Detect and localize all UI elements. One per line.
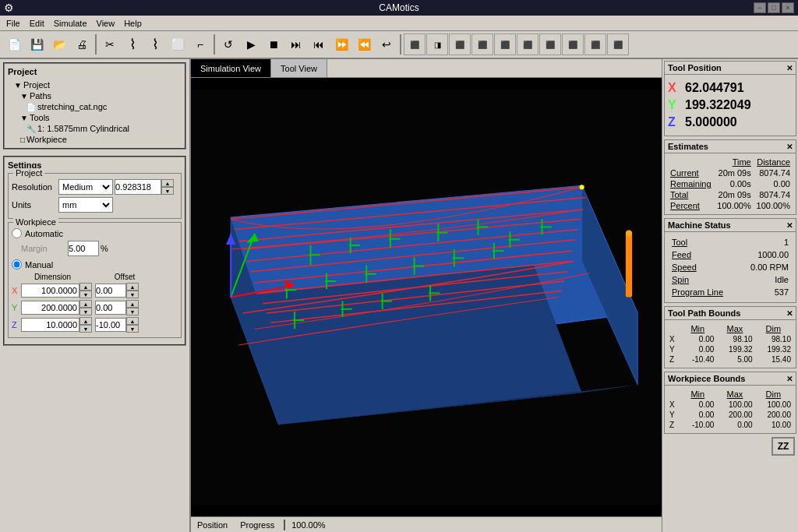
- margin-value[interactable]: [68, 241, 99, 256]
- resolution-select[interactable]: Medium Low High: [58, 179, 113, 195]
- z-dim-up[interactable]: ▲: [79, 317, 92, 325]
- y-offset-input[interactable]: [95, 301, 126, 315]
- y-dim-row: Y ▲ ▼ ▲ ▼: [12, 300, 178, 315]
- tb-skip-start[interactable]: ⏮: [308, 33, 330, 55]
- tb-view8[interactable]: ⬛: [562, 33, 584, 55]
- tb-view1[interactable]: ⬛: [404, 33, 425, 55]
- progress-pct: 100.00%: [291, 520, 325, 530]
- tool-path-bounds-section: Tool Path Bounds ✕ Min Max Dim X 0.00 98…: [664, 306, 796, 368]
- y-dim-up[interactable]: ▲: [79, 300, 92, 308]
- units-row: Units mm inch: [12, 197, 178, 213]
- tb-view6[interactable]: ⬛: [517, 33, 538, 55]
- z-off-up[interactable]: ▲: [126, 317, 139, 325]
- tb-stop[interactable]: ⏹: [263, 33, 284, 55]
- tb-tool1[interactable]: ⌇: [122, 33, 143, 55]
- tree-ngc-file[interactable]: 📄 stretching_cat.ngc: [8, 101, 182, 112]
- tb-play[interactable]: ▶: [240, 33, 262, 55]
- tb-tool4[interactable]: ⌐: [189, 33, 211, 55]
- units-select[interactable]: mm inch: [58, 197, 113, 213]
- machine-status-close[interactable]: ✕: [786, 221, 793, 230]
- tree-project[interactable]: ▼ Project: [8, 79, 182, 90]
- minimize-button[interactable]: −: [754, 2, 766, 13]
- tree-tool-cylindrical[interactable]: 🔧 1: 1.5875mm Cylindrical: [8, 123, 182, 134]
- resolution-value[interactable]: [115, 179, 161, 195]
- workpiece-bounds-close[interactable]: ✕: [786, 375, 793, 383]
- est-total-label: Total: [668, 189, 715, 200]
- tool-position-close[interactable]: ✕: [786, 64, 793, 72]
- tab-simulation[interactable]: Simulation View: [191, 59, 271, 77]
- tb-tool2[interactable]: ⌇: [144, 33, 166, 55]
- project-title: Project: [8, 67, 182, 76]
- est-remaining-label: Remaining: [668, 178, 715, 189]
- tree-workpiece[interactable]: □ Workpiece: [8, 134, 182, 145]
- est-current-dist: 8074.74: [754, 167, 793, 178]
- tb-view2[interactable]: ◨: [426, 33, 448, 55]
- tb-view7[interactable]: ⬛: [539, 33, 561, 55]
- tb-skip-end[interactable]: ⏭: [285, 33, 307, 55]
- tb-back[interactable]: ↩: [376, 33, 397, 55]
- z-off-down[interactable]: ▼: [126, 325, 139, 333]
- manual-radio[interactable]: [12, 259, 22, 270]
- menu-file[interactable]: File: [2, 17, 25, 30]
- file-icon: 📄: [26, 103, 36, 111]
- close-button[interactable]: ×: [782, 2, 794, 13]
- x-off-down[interactable]: ▼: [126, 291, 139, 298]
- tree-paths[interactable]: ▼ Paths: [8, 90, 182, 101]
- y-off-up[interactable]: ▲: [126, 300, 139, 308]
- tb-view4[interactable]: ⬛: [471, 33, 493, 55]
- tb-print[interactable]: 🖨: [71, 33, 93, 55]
- wb-x-min: 0.00: [680, 400, 715, 410]
- y-dim-input[interactable]: [21, 301, 79, 315]
- estimates-close[interactable]: ✕: [786, 143, 793, 151]
- zz-icon[interactable]: ZZ: [772, 437, 795, 456]
- project-expand-icon: ▼: [14, 81, 22, 90]
- simulation-canvas[interactable]: [191, 78, 662, 516]
- tab-tool[interactable]: Tool View: [271, 59, 327, 77]
- z-dim-spinner: ▲ ▼: [79, 317, 92, 333]
- tree-ngc-label: stretching_cat.ngc: [37, 102, 107, 111]
- y-dim-down[interactable]: ▼: [79, 308, 92, 315]
- tb-save[interactable]: 💾: [26, 33, 48, 55]
- resolution-up[interactable]: ▲: [161, 179, 174, 187]
- tb-view9[interactable]: ⬛: [584, 33, 606, 55]
- tb-view10[interactable]: ⬛: [607, 33, 629, 55]
- maximize-button[interactable]: □: [768, 2, 780, 13]
- tb-tool3[interactable]: ⬜: [167, 33, 189, 55]
- y-off-down[interactable]: ▼: [126, 308, 139, 315]
- tb-view3[interactable]: ⬛: [449, 33, 471, 55]
- z-dim-input[interactable]: [21, 318, 79, 332]
- menu-view[interactable]: View: [92, 17, 120, 30]
- z-dim-down[interactable]: ▼: [79, 325, 92, 333]
- project-section: Project ▼ Project ▼ Paths 📄 stretching_c…: [3, 62, 186, 150]
- menu-edit[interactable]: Edit: [25, 17, 49, 30]
- tb-ff[interactable]: ⏩: [330, 33, 352, 55]
- resolution-down[interactable]: ▼: [161, 187, 174, 195]
- x-off-up[interactable]: ▲: [126, 283, 139, 291]
- tb-view5[interactable]: ⬛: [494, 33, 516, 55]
- tool-value: 1: [739, 237, 791, 248]
- menu-help[interactable]: Help: [119, 17, 147, 30]
- estimates-table: Time Distance Current 20m 09s 8074.74 Re…: [668, 157, 793, 211]
- tb-refresh[interactable]: ↺: [217, 33, 239, 55]
- tb-new[interactable]: 📄: [3, 33, 25, 55]
- tb-cut[interactable]: ✂: [99, 33, 121, 55]
- tree-tools[interactable]: ▼ Tools: [8, 112, 182, 123]
- x-offset-input[interactable]: [95, 284, 126, 298]
- x-dim-up[interactable]: ▲: [79, 283, 92, 291]
- tb-open[interactable]: 📂: [48, 33, 70, 55]
- menu-simulate[interactable]: Simulate: [49, 17, 92, 30]
- x-dim-down[interactable]: ▼: [79, 291, 92, 298]
- toolbar-separator-2: [214, 34, 215, 55]
- margin-label: Margin: [21, 244, 68, 253]
- tb-rw[interactable]: ⏪: [353, 33, 375, 55]
- svg-rect-57: [626, 234, 632, 298]
- tool-path-bounds-close[interactable]: ✕: [786, 309, 793, 318]
- x-dim-input[interactable]: [21, 284, 79, 298]
- center-panel: Simulation View Tool View: [191, 59, 662, 532]
- est-time-header: Time: [715, 157, 754, 167]
- z-offset-input[interactable]: [95, 318, 126, 332]
- auto-radio[interactable]: [12, 228, 22, 238]
- project-sub-label: Project: [13, 168, 44, 178]
- workpiece-bounds-title: Workpiece Bounds: [668, 374, 745, 383]
- x-coord-label: X: [668, 81, 679, 95]
